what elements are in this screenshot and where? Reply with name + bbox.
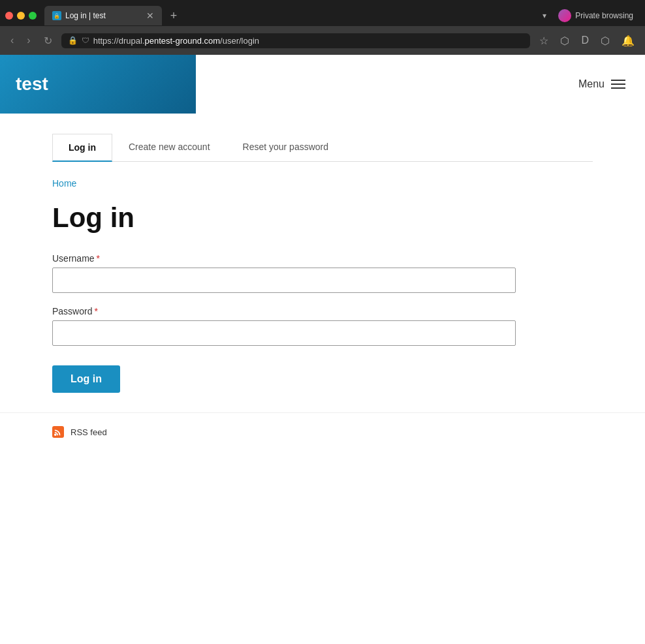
tab-dropdown-button[interactable]: ▾: [537, 8, 552, 23]
hamburger-icon: [611, 80, 625, 89]
svg-point-0: [54, 434, 56, 436]
new-tab-button[interactable]: +: [165, 7, 183, 25]
tab-close-button[interactable]: ✕: [146, 10, 154, 21]
toolbar-actions: ☆ ⬡ D ⬡ 🔔: [535, 32, 638, 50]
page-tabs: Log in Create new account Reset your pas…: [52, 133, 593, 162]
tab-title: Log in | test: [65, 11, 142, 20]
tab-bar: Log in | test ✕ + ▾ Private browsing: [0, 0, 645, 26]
main-content: Log in Create new account Reset your pas…: [0, 114, 645, 412]
reload-button[interactable]: ↻: [40, 32, 56, 50]
username-required-star: *: [97, 253, 100, 264]
site-nav-area: Menu: [196, 55, 645, 114]
url-bar[interactable]: 🔒 🛡 https://drupal.pentest-ground.com/us…: [61, 33, 531, 48]
username-field-group: Username*: [52, 253, 593, 293]
menu-button[interactable]: Menu: [578, 78, 625, 90]
tab-favicon-icon: [52, 11, 61, 20]
username-label: Username*: [52, 253, 593, 264]
minimize-window-button[interactable]: [17, 12, 25, 20]
security-icon: 🔒: [68, 36, 78, 45]
login-button[interactable]: Log in: [52, 365, 120, 393]
site-logo-area: test: [0, 55, 196, 114]
forward-button[interactable]: ›: [23, 32, 34, 49]
profile-icon[interactable]: D: [577, 32, 593, 49]
tab-login[interactable]: Log in: [52, 134, 112, 162]
menu-label: Menu: [578, 78, 605, 90]
username-input[interactable]: [52, 268, 516, 293]
browser-chrome: Log in | test ✕ + ▾ Private browsing ‹ ›…: [0, 0, 645, 55]
rss-feed-link[interactable]: RSS feed: [71, 427, 107, 437]
rss-icon: [52, 426, 64, 438]
pocket-icon[interactable]: ⬡: [556, 32, 573, 50]
private-browsing-label: Private browsing: [575, 11, 633, 20]
site-title: test: [16, 74, 48, 95]
private-browsing-indicator: Private browsing: [552, 7, 640, 25]
active-tab[interactable]: Log in | test ✕: [44, 6, 162, 25]
tab-create-account[interactable]: Create new account: [112, 133, 227, 161]
password-required-star: *: [94, 306, 97, 316]
browser-toolbar: ‹ › ↻ 🔒 🛡 https://drupal.pentest-ground.…: [0, 26, 645, 55]
close-window-button[interactable]: [5, 12, 13, 20]
url-domain: pentest-ground.com: [144, 36, 220, 46]
bookmark-icon[interactable]: ☆: [535, 32, 552, 50]
password-label: Password*: [52, 306, 593, 316]
url-display: https://drupal.pentest-ground.com/user/l…: [93, 36, 524, 46]
url-path: /user/login: [220, 36, 259, 46]
notifications-icon[interactable]: 🔔: [618, 32, 638, 50]
extensions-icon[interactable]: ⬡: [597, 32, 614, 50]
maximize-window-button[interactable]: [29, 12, 37, 20]
back-button[interactable]: ‹: [7, 32, 18, 49]
page-title: Log in: [52, 202, 593, 234]
shield-icon: 🛡: [82, 36, 89, 45]
breadcrumb: Home: [52, 177, 593, 189]
breadcrumb-home-link[interactable]: Home: [52, 178, 76, 189]
site-header: test Menu: [0, 55, 645, 114]
private-browsing-icon: [558, 9, 571, 22]
password-field-group: Password*: [52, 306, 593, 346]
url-protocol: https://drupal.: [93, 36, 145, 46]
page-content: test Menu Log in Create new account Rese…: [0, 55, 645, 644]
page-footer: RSS feed: [0, 412, 645, 451]
traffic-lights: [5, 12, 37, 20]
password-input[interactable]: [52, 320, 516, 346]
tab-reset-password[interactable]: Reset your password: [227, 133, 345, 161]
